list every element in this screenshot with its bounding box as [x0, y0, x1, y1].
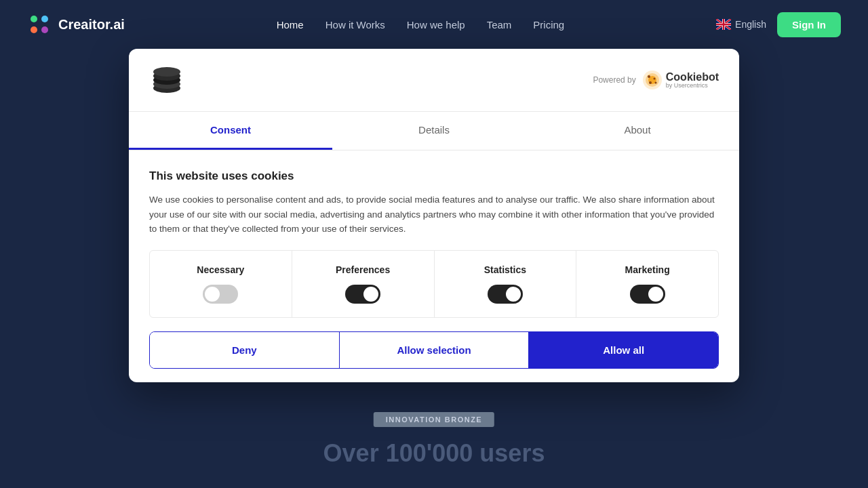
tab-consent[interactable]: Consent	[129, 112, 332, 150]
category-statistics: Statistics	[435, 251, 577, 317]
cookiebot-branding: Powered by Cookiebot by Usercentrics	[593, 69, 719, 91]
preferences-label: Preferences	[336, 264, 390, 275]
nav-links: Home How it Works How we help Team Prici…	[277, 19, 565, 30]
marketing-knob	[648, 287, 663, 302]
logo-text: Creaitor.ai	[58, 17, 125, 33]
navbar: Creaitor.ai Home How it Works How we hel…	[0, 0, 868, 49]
modal-content: This website uses cookies We use cookies…	[129, 150, 739, 382]
cookiebot-logo-icon	[642, 69, 663, 91]
necessary-toggle	[203, 285, 238, 304]
nav-home[interactable]: Home	[277, 19, 304, 30]
signin-button[interactable]: Sign In	[777, 12, 841, 37]
necessary-knob	[205, 287, 220, 302]
nav-pricing[interactable]: Pricing	[533, 19, 564, 30]
allow-selection-button[interactable]: Allow selection	[340, 332, 530, 368]
cookiebot-logo: Cookiebot by Usercentrics	[642, 69, 719, 91]
users-count: Over 100'000 users	[323, 439, 545, 468]
category-preferences: Preferences	[292, 251, 435, 317]
category-marketing: Marketing	[576, 251, 718, 317]
svg-point-1	[41, 16, 48, 22]
modal-logo-icon	[149, 62, 184, 98]
cookie-modal: Powered by Cookiebot by Usercentrics	[129, 49, 739, 382]
tab-details[interactable]: Details	[332, 112, 536, 150]
innovation-badge: INNOVATION BRONZE	[374, 412, 494, 427]
logo[interactable]: Creaitor.ai	[27, 12, 125, 37]
marketing-label: Marketing	[625, 264, 670, 275]
tab-about[interactable]: About	[536, 112, 739, 150]
modal-header: Powered by Cookiebot by Usercentrics	[129, 49, 739, 112]
allow-all-button[interactable]: Allow all	[529, 332, 718, 368]
cookiebot-sub: by Usercentrics	[666, 82, 719, 89]
svg-point-0	[31, 16, 37, 22]
svg-point-3	[41, 26, 48, 33]
svg-point-15	[649, 81, 652, 84]
necessary-label: Necessary	[197, 264, 244, 275]
nav-how-we-help[interactable]: How we help	[407, 19, 465, 30]
powered-by-label: Powered by	[593, 75, 635, 85]
page-background: Powered by Cookiebot by Usercentrics	[0, 49, 868, 488]
modal-actions: Deny Allow selection Allow all	[149, 331, 719, 369]
modal-tabs: Consent Details About	[129, 112, 739, 150]
svg-point-16	[654, 82, 656, 84]
nav-team[interactable]: Team	[487, 19, 512, 30]
language-selector[interactable]: English	[716, 19, 766, 30]
flag-icon	[716, 19, 731, 30]
cookie-description: We use cookies to personalise content an…	[149, 192, 719, 237]
cookiebot-name: Cookiebot	[666, 71, 719, 83]
cookie-categories: Necessary Preferences Statistics	[149, 250, 719, 318]
svg-point-2	[31, 26, 37, 33]
nav-how-it-works[interactable]: How it Works	[326, 19, 385, 30]
cookie-title: This website uses cookies	[149, 169, 719, 183]
marketing-toggle[interactable]	[630, 285, 665, 304]
statistics-knob	[506, 287, 521, 302]
preferences-knob	[363, 287, 378, 302]
statistics-toggle[interactable]	[488, 285, 523, 304]
logo-icon	[27, 12, 52, 37]
category-necessary: Necessary	[150, 251, 292, 317]
deny-button[interactable]: Deny	[150, 332, 340, 368]
statistics-label: Statistics	[484, 264, 526, 275]
svg-point-13	[648, 75, 650, 78]
language-label: English	[735, 19, 766, 30]
svg-point-14	[653, 78, 655, 80]
svg-point-9	[153, 67, 180, 77]
preferences-toggle[interactable]	[345, 285, 380, 304]
navbar-right: English Sign In	[716, 12, 841, 37]
